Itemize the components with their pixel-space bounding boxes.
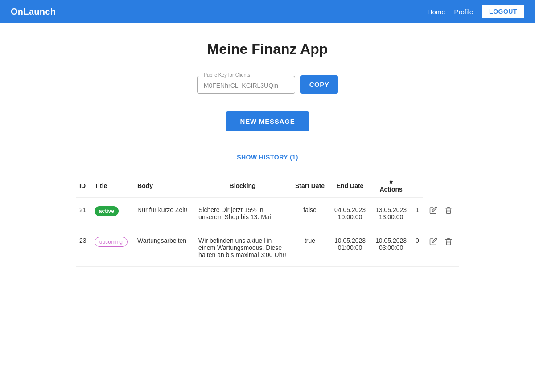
cell-end-date: 13.05.2023 13:00:00	[370, 198, 412, 229]
messages-table: ID Title Body Blocking Start Date End Da…	[76, 174, 459, 267]
table-header: ID Title Body Blocking Start Date End Da…	[76, 174, 459, 198]
nav-links: Home Profile LOGOUT	[428, 5, 524, 18]
public-key-field-wrapper: Public Key for Clients M0FENhrCL_KGIRL3U…	[197, 76, 295, 94]
cell-action-icons	[423, 198, 459, 229]
cell-start-date: 10.05.2023 01:00:00	[329, 229, 370, 267]
cell-title: Nur für kurze Zeit!	[134, 198, 195, 229]
new-message-section: NEW MESSAGE	[76, 111, 459, 131]
main-content: Meine Finanz App Public Key for Clients …	[67, 23, 468, 285]
delete-icon[interactable]	[444, 206, 453, 214]
cell-blocking: false	[290, 198, 329, 229]
status-badge: active	[95, 206, 119, 216]
page-title: Meine Finanz App	[76, 41, 459, 57]
col-start-date: Start Date	[290, 174, 329, 198]
logout-button[interactable]: LOGOUT	[482, 5, 524, 18]
delete-icon[interactable]	[444, 237, 453, 245]
status-badge: upcoming	[95, 237, 128, 247]
cell-title: Wartungsarbeiten	[134, 229, 195, 267]
edit-icon[interactable]	[429, 237, 437, 245]
cell-id: 23	[76, 229, 91, 267]
col-title: Title	[91, 174, 134, 198]
copy-button[interactable]: COPY	[300, 75, 338, 94]
show-history-link[interactable]: SHOW HISTORY (1)	[237, 154, 298, 161]
navbar: OnLaunch Home Profile LOGOUT	[0, 0, 535, 23]
nav-home-link[interactable]: Home	[428, 8, 445, 16]
table-body: 21activeNur für kurze Zeit!Sichere Dir j…	[76, 198, 459, 267]
col-id: ID	[76, 174, 91, 198]
cell-end-date: 10.05.2023 03:00:00	[370, 229, 412, 267]
table-header-row: ID Title Body Blocking Start Date End Da…	[76, 174, 459, 198]
col-body: Body	[134, 174, 195, 198]
col-actions-controls	[412, 174, 423, 198]
cell-id: 21	[76, 198, 91, 229]
public-key-value: M0FENhrCL_KGIRL3UQin	[204, 82, 278, 89]
col-actions-count: #Actions	[370, 174, 412, 198]
cell-body: Sichere Dir jetzt 15% in unserem Shop bi…	[195, 198, 290, 229]
brand-logo: OnLaunch	[11, 7, 56, 17]
col-end-date: End Date	[329, 174, 370, 198]
cell-status: active	[91, 198, 134, 229]
new-message-button[interactable]: NEW MESSAGE	[226, 111, 309, 131]
edit-icon[interactable]	[429, 206, 437, 214]
cell-status: upcoming	[91, 229, 134, 267]
cell-start-date: 04.05.2023 10:00:00	[329, 198, 370, 229]
table-row: 23upcomingWartungsarbeitenWir befinden u…	[76, 229, 459, 267]
table-row: 21activeNur für kurze Zeit!Sichere Dir j…	[76, 198, 459, 229]
cell-action-icons	[423, 229, 459, 267]
cell-blocking: true	[290, 229, 329, 267]
col-blocking: Blocking	[195, 174, 290, 198]
cell-actions-count: 0	[412, 229, 423, 267]
show-history-section: SHOW HISTORY (1)	[76, 154, 459, 161]
nav-profile-link[interactable]: Profile	[454, 8, 473, 16]
cell-actions-count: 1	[412, 198, 423, 229]
public-key-label: Public Key for Clients	[202, 72, 252, 78]
public-key-section: Public Key for Clients M0FENhrCL_KGIRL3U…	[76, 75, 459, 94]
cell-body: Wir befinden uns aktuell in einem Wartun…	[195, 229, 290, 267]
